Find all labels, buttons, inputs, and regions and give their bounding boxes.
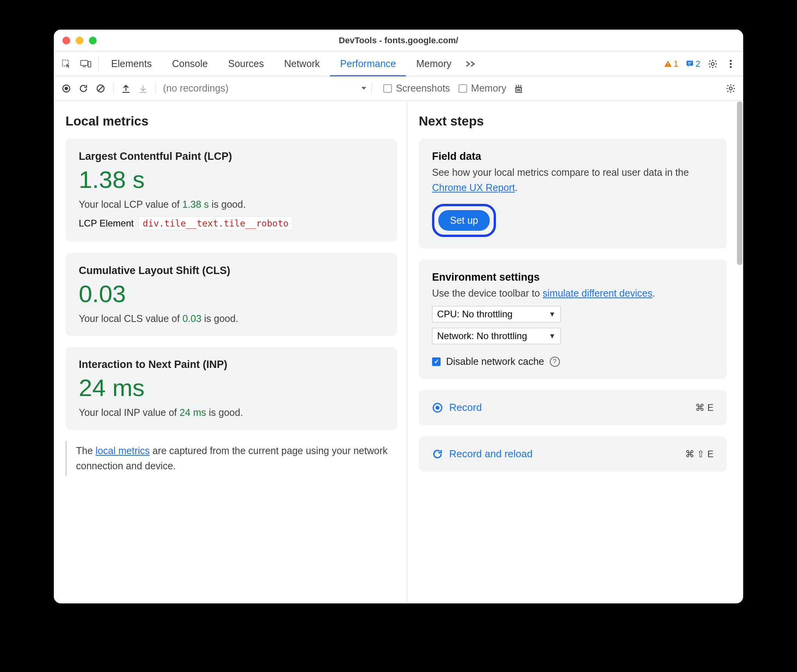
local-metrics-column: Local metrics Largest Contentful Paint (…: [54, 101, 407, 603]
maximize-window-button[interactable]: [89, 37, 97, 44]
local-metrics-heading: Local metrics: [66, 114, 397, 129]
field-data-title: Field data: [432, 150, 714, 163]
cpu-throttling-select[interactable]: CPU: No throttling ▼: [432, 306, 561, 322]
clear-icon[interactable]: [93, 81, 108, 96]
record-card[interactable]: Record ⌘ E: [419, 390, 727, 425]
issues-badge[interactable]: 2: [683, 58, 703, 70]
svg-rect-3: [88, 62, 91, 67]
memory-label: Memory: [471, 83, 506, 94]
svg-rect-2: [83, 66, 86, 67]
settings-gear-icon[interactable]: [705, 56, 721, 72]
disable-cache-label: Disable network cache: [446, 356, 544, 367]
devtools-window: DevTools - fonts.google.com/ Elements Co…: [54, 30, 743, 603]
cls-title: Cumulative Layout Shift (CLS): [79, 265, 384, 277]
help-icon[interactable]: ?: [550, 357, 560, 367]
lcp-title: Largest Contentful Paint (LCP): [79, 150, 384, 163]
svg-point-23: [729, 87, 732, 90]
tab-memory[interactable]: Memory: [406, 51, 461, 76]
lcp-value: 1.38 s: [79, 166, 384, 193]
tab-console[interactable]: Console: [162, 51, 218, 76]
panel-settings-gear-icon[interactable]: [723, 81, 739, 96]
local-metrics-note: The local metrics are captured from the …: [66, 441, 397, 476]
record-button-icon[interactable]: [58, 81, 74, 96]
download-icon[interactable]: [135, 81, 151, 96]
svg-line-16: [98, 86, 103, 91]
traffic-lights: [62, 37, 97, 44]
screenshots-checkbox[interactable]: Screenshots: [383, 83, 450, 94]
recordings-dropdown[interactable]: (no recordings): [161, 83, 367, 94]
field-data-body: See how your local metrics compare to re…: [432, 165, 714, 195]
svg-point-25: [436, 406, 439, 410]
field-data-card: Field data See how your local metrics co…: [419, 139, 727, 249]
lcp-summary: Your local LCP value of 1.38 s is good.: [79, 199, 384, 210]
checkbox-icon: [459, 84, 467, 93]
performance-main: Local metrics Largest Contentful Paint (…: [54, 101, 743, 603]
garbage-collect-icon[interactable]: [511, 81, 526, 96]
svg-rect-4: [668, 63, 668, 65]
chrome-ux-report-link[interactable]: Chrome UX Report: [432, 182, 515, 193]
network-throttling-select[interactable]: Network: No throttling ▼: [432, 328, 561, 344]
titlebar: DevTools - fonts.google.com/: [54, 30, 743, 51]
more-tabs-icon[interactable]: [462, 60, 480, 68]
close-window-button[interactable]: [62, 37, 70, 44]
inp-card: Interaction to Next Paint (INP) 24 ms Yo…: [66, 347, 397, 430]
svg-point-9: [711, 62, 714, 65]
record-and-reload-label: Record and reload: [449, 448, 533, 460]
simulate-devices-link[interactable]: simulate different devices: [543, 288, 653, 299]
caret-down-icon: ▼: [549, 310, 556, 318]
warnings-badge[interactable]: 1: [661, 58, 681, 70]
minimize-window-button[interactable]: [76, 37, 83, 44]
svg-rect-7: [688, 62, 691, 63]
cpu-throttling-value: CPU: No throttling: [437, 309, 512, 320]
tab-performance[interactable]: Performance: [330, 51, 406, 76]
inp-title: Interaction to Next Paint (INP): [79, 359, 384, 371]
issues-count: 2: [696, 59, 700, 69]
cls-value: 0.03: [79, 280, 384, 308]
cls-summary: Your local CLS value of 0.03 is good.: [79, 313, 384, 324]
record-and-reload-shortcut: ⌘ ⇧ E: [685, 449, 714, 460]
lcp-element-label: LCP Element: [79, 218, 134, 229]
memory-checkbox[interactable]: Memory: [459, 83, 506, 94]
reload-icon[interactable]: [76, 81, 91, 96]
inp-value: 24 ms: [79, 374, 384, 401]
kebab-menu-icon[interactable]: [723, 56, 739, 72]
scrollbar[interactable]: [737, 101, 742, 265]
tab-sources[interactable]: Sources: [218, 51, 274, 76]
environment-settings-title: Environment settings: [432, 271, 714, 283]
record-icon: [432, 402, 443, 413]
reload-icon: [432, 449, 443, 460]
next-steps-column: Next steps Field data See how your local…: [407, 101, 743, 603]
local-metrics-link[interactable]: local metrics: [96, 445, 150, 456]
upload-icon[interactable]: [118, 81, 134, 96]
cls-card: Cumulative Layout Shift (CLS) 0.03 Your …: [66, 253, 397, 336]
checkbox-icon: [383, 84, 392, 93]
svg-point-11: [730, 63, 732, 65]
lcp-card: Largest Contentful Paint (LCP) 1.38 s Yo…: [66, 139, 397, 242]
panel-tabs: Elements Console Sources Network Perform…: [101, 51, 462, 76]
window-title: DevTools - fonts.google.com/: [54, 35, 743, 46]
performance-toolbar: (no recordings) Screenshots Memory: [54, 76, 743, 101]
recordings-dropdown-label: (no recordings): [163, 83, 228, 94]
device-toolbar-icon[interactable]: [78, 56, 94, 72]
set-up-highlight: Set up: [432, 204, 496, 237]
svg-rect-5: [668, 65, 668, 66]
record-label: Record: [449, 401, 482, 414]
inspect-element-icon[interactable]: [58, 56, 74, 72]
screenshots-label: Screenshots: [396, 83, 450, 94]
network-throttling-value: Network: No throttling: [437, 331, 527, 341]
record-and-reload-card[interactable]: Record and reload ⌘ ⇧ E: [419, 436, 727, 472]
disable-cache-checkbox[interactable]: [432, 357, 441, 366]
svg-point-14: [65, 87, 68, 90]
svg-point-12: [730, 66, 732, 68]
set-up-button[interactable]: Set up: [438, 210, 490, 231]
lcp-element-chip[interactable]: div.tile__text.tile__roboto: [138, 216, 293, 230]
record-shortcut: ⌘ E: [695, 402, 714, 413]
environment-settings-card: Environment settings Use the device tool…: [419, 260, 727, 379]
tab-elements[interactable]: Elements: [101, 51, 162, 76]
tab-network[interactable]: Network: [274, 51, 330, 76]
environment-settings-body: Use the device toolbar to simulate diffe…: [432, 286, 714, 301]
next-steps-heading: Next steps: [419, 114, 727, 129]
chevron-down-icon: [361, 87, 367, 90]
panel-tabs-row: Elements Console Sources Network Perform…: [54, 51, 743, 76]
svg-point-10: [730, 60, 732, 62]
